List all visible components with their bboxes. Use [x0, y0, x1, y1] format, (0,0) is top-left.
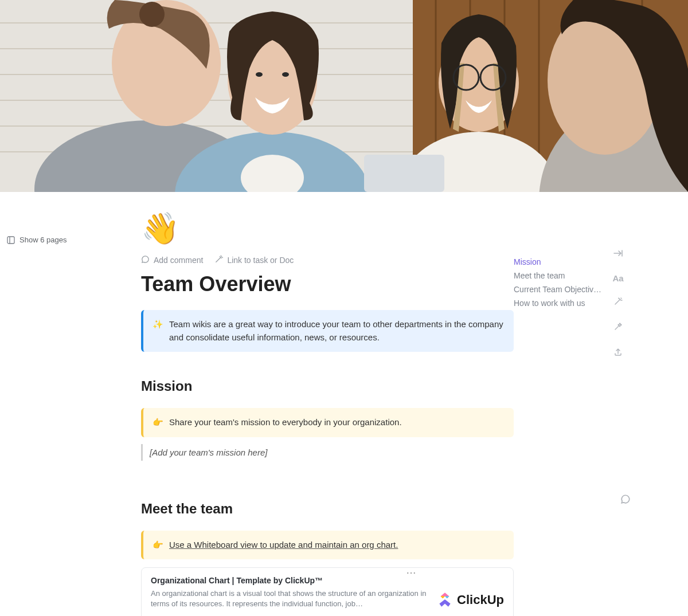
collapse-sidebar-button[interactable]	[613, 249, 623, 260]
mission-callout-text: Share your team's mission to everybody i…	[169, 416, 505, 429]
svg-point-17	[139, 2, 165, 27]
outline-item-mission[interactable]: Mission	[514, 255, 605, 269]
card-more-button[interactable]: …	[406, 564, 417, 576]
panel-icon	[7, 236, 15, 244]
page-title: Team Overview	[141, 272, 514, 296]
cover-image	[0, 0, 688, 192]
add-comment-label: Add comment	[154, 256, 203, 265]
wand-icon	[214, 255, 223, 265]
show-pages-label: Show 6 pages	[19, 236, 67, 244]
section-heading-meet-team: Meet the team	[141, 501, 514, 517]
svg-point-22	[282, 72, 289, 77]
svg-point-21	[256, 72, 263, 77]
mission-callout: 👉 Share your team's mission to everybody…	[141, 408, 514, 437]
point-right-icon: 👉	[153, 539, 163, 552]
meet-team-callout: 👉 Use a Whiteboard view to update and ma…	[141, 531, 514, 560]
link-task-button[interactable]: Link to task or Doc	[214, 255, 294, 265]
outline-item-meet-team[interactable]: Meet the team	[514, 269, 605, 283]
intro-callout: ✨ Team wikis are a great way to introduc…	[141, 310, 514, 352]
add-comment-button[interactable]: Add comment	[141, 255, 203, 265]
sparkles-icon: ✨	[153, 318, 163, 344]
intro-callout-text: Team wikis are a great way to introduce …	[169, 318, 505, 344]
meet-team-callout-link[interactable]: Use a Whiteboard view to update and main…	[169, 539, 505, 552]
outline-item-objectives[interactable]: Current Team Objective…	[514, 283, 605, 296]
ai-sparkle-button[interactable]	[613, 322, 623, 333]
floating-comment-button[interactable]	[620, 494, 631, 507]
outline-item-how-to-work[interactable]: How to work with us	[514, 296, 605, 310]
link-task-label: Link to task or Doc	[227, 256, 294, 265]
ai-wand-button[interactable]	[613, 297, 623, 308]
card-description: An organizational chart is a visual tool…	[151, 588, 428, 609]
export-button[interactable]	[613, 347, 623, 359]
section-heading-mission: Mission	[141, 378, 514, 394]
svg-rect-31	[7, 237, 14, 244]
link-card[interactable]: … Organizational Chart | Template by Cli…	[141, 567, 514, 616]
svg-rect-30	[364, 155, 444, 192]
point-right-icon: 👉	[153, 416, 163, 429]
document-outline: Mission Meet the team Current Team Objec…	[514, 192, 605, 616]
page-emoji[interactable]: 👋	[141, 213, 514, 244]
font-settings-button[interactable]: Aa	[612, 273, 623, 283]
clickup-logo: ClickUp	[437, 591, 504, 609]
comment-icon	[141, 255, 150, 265]
show-pages-button[interactable]: Show 6 pages	[7, 236, 67, 244]
mission-placeholder[interactable]: [Add your team's mission here]	[141, 444, 514, 461]
card-title: Organizational Chart | Template by Click…	[151, 576, 428, 585]
